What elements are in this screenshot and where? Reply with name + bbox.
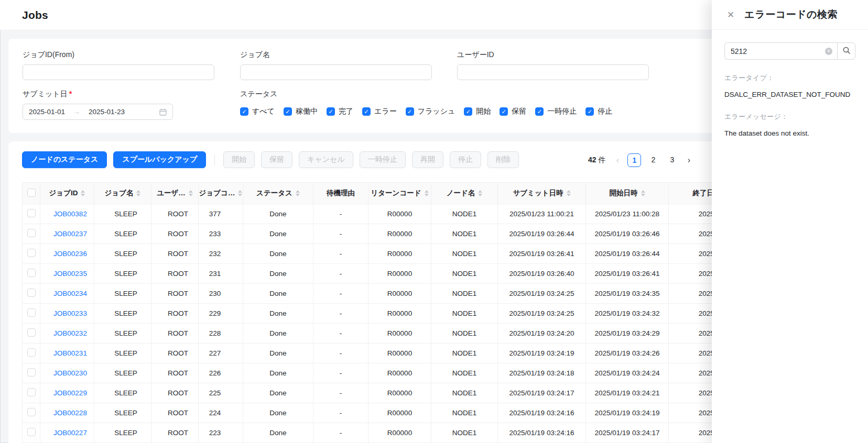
toolbar-button-disabled[interactable]: 再開 bbox=[412, 151, 443, 168]
toolbar-button-primary[interactable]: スプールバックアップ bbox=[113, 151, 206, 168]
wait-reason-cell: - bbox=[313, 284, 368, 304]
column-header[interactable]: ジョブID bbox=[40, 183, 94, 204]
status-checkbox[interactable]: ✓ エラー bbox=[362, 107, 397, 116]
status-checkbox[interactable]: ✓ 停止 bbox=[585, 107, 612, 116]
status-checkbox[interactable]: ✓ 開始 bbox=[464, 107, 491, 116]
row-checkbox[interactable] bbox=[27, 328, 36, 337]
drawer-header: ✕ エラーコードの検索 bbox=[712, 0, 868, 30]
job-id-link[interactable]: JOB00382 bbox=[53, 210, 87, 218]
status-checkbox[interactable]: ✓ 稼働中 bbox=[284, 107, 318, 116]
table-row: JOB00382 SLEEP ROOT 377 Done - R00000 NO… bbox=[23, 204, 753, 224]
row-checkbox[interactable] bbox=[27, 308, 36, 317]
job-name-cell: SLEEP bbox=[94, 383, 151, 403]
column-header[interactable]: ジョブコ… bbox=[199, 183, 243, 204]
pagination-next-icon[interactable]: › bbox=[684, 156, 693, 165]
job-code-cell: 229 bbox=[199, 304, 243, 324]
user-cell: ROOT bbox=[151, 423, 199, 443]
select-all-checkbox[interactable] bbox=[27, 189, 36, 197]
job-name-input[interactable] bbox=[240, 64, 432, 80]
search-button[interactable] bbox=[837, 42, 855, 60]
job-id-link[interactable]: JOB00232 bbox=[53, 329, 87, 337]
job-id-link[interactable]: JOB00236 bbox=[53, 250, 87, 258]
status-checkbox-label: 稼働中 bbox=[296, 107, 318, 116]
toolbar-button-disabled[interactable]: キャンセル bbox=[299, 151, 353, 168]
row-checkbox[interactable] bbox=[27, 209, 36, 217]
submitted-cell: 2025/01/19 03:24:20 bbox=[498, 324, 586, 344]
row-checkbox[interactable] bbox=[27, 388, 36, 396]
toolbar-button-disabled[interactable]: 削除 bbox=[487, 151, 519, 168]
table-row: JOB00228 SLEEP ROOT 224 Done - R00000 NO… bbox=[23, 403, 753, 423]
job-id-link[interactable]: JOB00227 bbox=[53, 429, 87, 437]
column-header[interactable]: ノード名 bbox=[431, 183, 498, 204]
job-id-link[interactable]: JOB00233 bbox=[53, 309, 87, 317]
row-checkbox[interactable] bbox=[27, 368, 36, 376]
column-header-label: ノード名 bbox=[447, 189, 475, 198]
job-id-link[interactable]: JOB00229 bbox=[53, 389, 87, 397]
pagination-page-3[interactable]: 3 bbox=[665, 153, 679, 167]
job-id-link[interactable]: JOB00231 bbox=[53, 349, 87, 357]
job-id-link[interactable]: JOB00234 bbox=[53, 290, 87, 297]
row-checkbox[interactable] bbox=[27, 289, 36, 297]
user-cell: ROOT bbox=[151, 204, 199, 224]
toolbar-button-primary[interactable]: ノードのステータス bbox=[22, 151, 107, 168]
status-checkbox[interactable]: ✓ 保留 bbox=[500, 107, 526, 116]
user-cell: ROOT bbox=[151, 363, 199, 383]
status-checkbox-label: すべて bbox=[252, 107, 275, 116]
column-header[interactable]: ジョブ名 bbox=[94, 183, 151, 204]
job-name-cell: SLEEP bbox=[94, 363, 151, 383]
job-code-cell: 232 bbox=[199, 244, 243, 264]
toolbar-button-disabled[interactable]: 停止 bbox=[450, 151, 481, 168]
row-checkbox[interactable] bbox=[27, 348, 36, 357]
job-id-input[interactable] bbox=[23, 64, 214, 80]
error-code-search-input[interactable] bbox=[724, 42, 837, 60]
submitted-cell: 2025/01/23 11:00:21 bbox=[498, 204, 586, 224]
column-header[interactable]: リターンコード bbox=[368, 183, 431, 204]
toolbar-button-disabled[interactable]: 一時停止 bbox=[360, 151, 406, 168]
user-cell: ROOT bbox=[151, 264, 199, 284]
submitted-cell: 2025/01/19 03:26:40 bbox=[498, 264, 586, 284]
column-header[interactable]: ステータス bbox=[243, 183, 313, 204]
column-header-label: リターンコード bbox=[371, 189, 421, 198]
user-cell: ROOT bbox=[151, 244, 199, 264]
column-header[interactable]: 待機理由 bbox=[313, 183, 368, 204]
table-row: JOB00237 SLEEP ROOT 233 Done - R00000 NO… bbox=[23, 224, 753, 244]
row-checkbox[interactable] bbox=[27, 428, 36, 436]
submitted-cell: 2025/01/19 03:24:25 bbox=[498, 304, 586, 324]
column-header[interactable]: ユーザ… bbox=[151, 183, 199, 204]
wait-reason-cell: - bbox=[313, 264, 368, 284]
status-checkbox[interactable]: ✓ 完了 bbox=[327, 107, 353, 116]
row-checkbox[interactable] bbox=[27, 269, 36, 277]
status-checkbox[interactable]: ✓ フラッシュ bbox=[406, 107, 455, 116]
pagination-page-2[interactable]: 2 bbox=[646, 153, 660, 167]
row-checkbox[interactable] bbox=[27, 408, 36, 416]
toolbar-button-disabled[interactable]: 開始 bbox=[223, 151, 255, 168]
pagination-prev-icon[interactable]: ‹ bbox=[613, 156, 622, 165]
toolbar-button-disabled[interactable]: 保留 bbox=[261, 151, 292, 168]
submit-date-range-picker[interactable]: 2025-01-01 → 2025-01-23 bbox=[23, 104, 173, 120]
job-id-link[interactable]: JOB00235 bbox=[53, 270, 87, 278]
clear-icon[interactable]: ✕ bbox=[825, 48, 832, 55]
sort-caret-icon bbox=[81, 190, 85, 196]
status-cell: Done bbox=[243, 284, 313, 304]
pagination-page-1[interactable]: 1 bbox=[627, 153, 641, 167]
range-arrow-icon: → bbox=[73, 108, 80, 116]
status-checkbox[interactable]: ✓ すべて bbox=[240, 107, 275, 116]
job-id-link[interactable]: JOB00230 bbox=[53, 369, 87, 377]
row-checkbox[interactable] bbox=[27, 229, 36, 237]
job-code-cell: 228 bbox=[199, 324, 243, 344]
table-row: JOB00229 SLEEP ROOT 225 Done - R00000 NO… bbox=[23, 383, 753, 403]
column-header[interactable]: 開始日時 bbox=[586, 183, 669, 204]
return-code-cell: R00000 bbox=[368, 284, 431, 304]
job-id-link[interactable]: JOB00237 bbox=[53, 230, 87, 238]
status-checkbox[interactable]: ✓ 一時停止 bbox=[535, 107, 577, 116]
column-header[interactable]: サブミット日時 bbox=[498, 183, 586, 204]
started-cell: 2025/01/19 03:24:26 bbox=[586, 344, 669, 363]
status-cell: Done bbox=[243, 244, 313, 264]
close-icon[interactable]: ✕ bbox=[727, 10, 734, 19]
row-checkbox[interactable] bbox=[27, 249, 36, 257]
started-cell: 2025/01/19 03:24:24 bbox=[586, 363, 669, 383]
job-name-label: ジョブ名 bbox=[240, 50, 432, 60]
job-id-link[interactable]: JOB00228 bbox=[53, 409, 87, 417]
user-id-input[interactable] bbox=[457, 64, 649, 80]
job-name-cell: SLEEP bbox=[94, 324, 151, 344]
